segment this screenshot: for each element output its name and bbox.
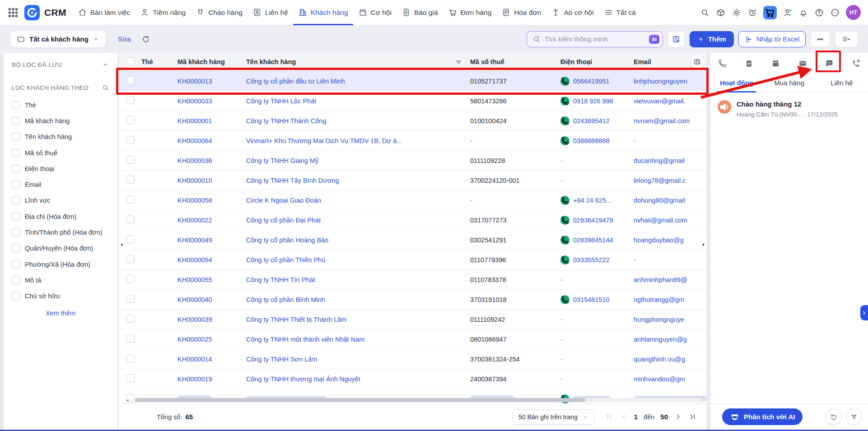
customer-code-link[interactable]: KH0000019 — [177, 375, 212, 383]
row-checkbox[interactable] — [126, 195, 135, 204]
filter-checkbox[interactable] — [12, 244, 20, 252]
table-row[interactable]: KH0000039 Công ty TNHH Thiết bị Thành Lâ… — [119, 310, 707, 329]
customer-name-link[interactable]: Công ty TNHH thương mại Ánh Nguyệt — [246, 375, 360, 383]
phone-cell[interactable]: 0243695412 — [560, 116, 634, 125]
phone-cell[interactable]: 02836419478 — [560, 216, 634, 225]
customer-code-link[interactable]: KH0000001 — [177, 117, 212, 125]
customer-code-link[interactable]: KH0000049 — [177, 236, 212, 244]
filter-checkbox[interactable] — [12, 181, 20, 189]
col-email[interactable]: Email — [634, 58, 691, 65]
filter-button[interactable] — [845, 408, 862, 425]
nav-item[interactable]: Tiềm năng — [135, 0, 191, 25]
phone-call-icon[interactable] — [560, 196, 569, 205]
phone-cell[interactable]: - — [560, 336, 634, 343]
task-action-icon[interactable] — [744, 59, 754, 68]
phone-link[interactable]: - — [560, 316, 563, 323]
customer-name-link[interactable]: Công ty TNHH Tín Phát — [246, 276, 315, 283]
collapse-chevron-icon[interactable] — [102, 61, 109, 69]
phone-call-icon[interactable] — [560, 255, 569, 264]
edit-view-link[interactable]: Sửa — [118, 35, 131, 43]
row-checkbox[interactable] — [126, 176, 135, 184]
next-page-button[interactable] — [674, 412, 682, 421]
email-link[interactable]: hungphongnguye — [634, 316, 707, 323]
customer-code-link[interactable]: KH0000025 — [177, 336, 212, 343]
filter-search-icon[interactable] — [102, 84, 109, 92]
customer-name-link[interactable]: Circle K Ngoại Giao Đoàn — [246, 197, 321, 204]
filter-checkbox[interactable] — [12, 101, 20, 109]
filter-checkbox-item[interactable]: Tên khách hàng — [12, 129, 109, 145]
nav-item[interactable]: Báo giá — [397, 0, 443, 25]
phone-link[interactable]: - — [560, 157, 563, 164]
table-row[interactable]: KH0000040 Công ty cổ phần Bình Minh 3703… — [119, 290, 707, 310]
crm-logo-icon[interactable] — [24, 5, 40, 20]
col-customer-name[interactable]: Tên khách hàng — [246, 58, 296, 65]
email-link[interactable]: ngthutrangg@gm — [634, 296, 707, 303]
row-checkbox[interactable] — [126, 156, 135, 164]
customer-name-link[interactable]: Công ty cổ phần Bình Minh — [246, 296, 325, 303]
phone-cell[interactable]: 02839845144 — [560, 236, 634, 245]
table-row[interactable]: KH0000054 Công ty cổ phần Thiên Phú 0110… — [119, 250, 707, 270]
phone-link[interactable]: +84 24 625... — [573, 197, 611, 204]
filter-checkbox-item[interactable]: Thẻ — [12, 97, 109, 113]
row-checkbox[interactable] — [126, 354, 135, 362]
scroll-left-chevron[interactable] — [119, 239, 125, 250]
saved-filters-header[interactable]: BỘ LỌC ĐÃ LƯU — [12, 61, 109, 69]
activity-item[interactable]: Chào hàng tháng 12 Hoàng Cẩm Tú (NV00...… — [718, 100, 861, 118]
phone-cell[interactable]: - — [560, 316, 634, 323]
scrollbar-thumb[interactable] — [135, 398, 585, 402]
horizontal-scrollbar[interactable]: ◂ — [132, 398, 702, 402]
phone-link[interactable]: 0388888888 — [573, 137, 610, 144]
col-tag[interactable]: Thẻ — [141, 58, 177, 65]
phone-cell[interactable]: - — [560, 157, 634, 164]
nav-item[interactable]: Khách hàng — [293, 0, 353, 25]
table-row[interactable]: KH0000058 Circle K Ngoại Giao Đoàn - +84… — [119, 190, 707, 210]
row-checkbox[interactable] — [126, 96, 135, 104]
email-link[interactable]: vietvuvan@gmail. — [634, 97, 707, 105]
show-more-link[interactable]: Xem thêm — [12, 310, 109, 317]
phone-link[interactable]: - — [560, 336, 563, 343]
customer-code-link[interactable]: KH0000058 — [177, 197, 212, 204]
customer-name-link[interactable]: Công ty TNHH Thành Công — [246, 117, 327, 125]
filter-checkbox-item[interactable]: Mã khách hàng — [12, 113, 109, 129]
filter-checkbox-item[interactable]: Địa chỉ (Hóa đơn) — [12, 209, 109, 224]
table-row[interactable]: KH0000049 Công ty cổ phần Hoàng Bảo 0302… — [119, 230, 707, 250]
row-checkbox[interactable] — [126, 76, 135, 84]
customer-code-link[interactable]: KH0000033 — [177, 97, 212, 105]
add-user-icon[interactable] — [783, 8, 793, 18]
customer-name-link[interactable]: Công ty TNHH một thành viên Nhật Nam — [246, 336, 364, 343]
phone-call-icon[interactable] — [560, 236, 569, 245]
meeting-action-icon[interactable] — [771, 59, 780, 68]
phone-link[interactable]: - — [560, 276, 563, 283]
add-column-button[interactable] — [691, 55, 704, 69]
table-row[interactable]: KH0000036 Công ty TNHH Giang Mỹ 01111092… — [119, 151, 707, 171]
expand-panel-tab[interactable] — [860, 305, 868, 320]
detail-tab[interactable]: Mua hàng — [763, 74, 815, 92]
phone-cell[interactable]: 0566419951 — [560, 77, 634, 86]
phone-call-icon[interactable] — [560, 216, 569, 225]
phone-link[interactable]: 0243695412 — [573, 117, 610, 125]
col-phone[interactable]: Điện thoại — [560, 58, 634, 65]
refresh-icon[interactable] — [141, 35, 150, 44]
search-icon[interactable] — [700, 8, 710, 18]
customer-code-link[interactable]: KH0000036 — [177, 157, 212, 164]
customer-name-link[interactable]: Công ty cổ phần Thiên Phú — [246, 256, 325, 264]
page-size-dropdown[interactable]: 50 Bản ghi trên trang — [513, 409, 594, 425]
settings-gear-icon[interactable] — [732, 8, 742, 18]
col-customer-code[interactable]: Mã khách hàng — [177, 58, 246, 65]
nav-item[interactable]: Bàn làm việc — [73, 0, 135, 25]
column-filter-icon[interactable] — [454, 58, 463, 66]
filter-checkbox-item[interactable]: Mô tả — [12, 272, 109, 288]
row-checkbox[interactable] — [126, 275, 135, 283]
reminder-clock-icon[interactable] — [747, 8, 757, 18]
customer-name-link[interactable]: Công ty TNHH Sơn Lâm — [246, 356, 317, 363]
customer-name-link[interactable]: Công ty TNHH Thiết bị Thành Lâm — [246, 316, 346, 323]
filter-checkbox[interactable] — [12, 149, 20, 157]
email-link[interactable]: - — [634, 256, 707, 264]
customer-name-link[interactable]: Công ty cổ phần Đại Phát — [246, 217, 321, 224]
phone-link[interactable]: - — [560, 356, 563, 363]
email-link[interactable]: dohung80@gmail — [634, 197, 707, 204]
filter-checkbox-item[interactable]: Email — [12, 176, 109, 192]
email-link[interactable]: quangthinh.vu@g — [634, 356, 707, 363]
email-link[interactable]: lelong78@gmail.c — [634, 177, 707, 184]
table-row[interactable]: KH0000033 Công ty TNHH Lộc Phát 58014732… — [119, 91, 707, 111]
